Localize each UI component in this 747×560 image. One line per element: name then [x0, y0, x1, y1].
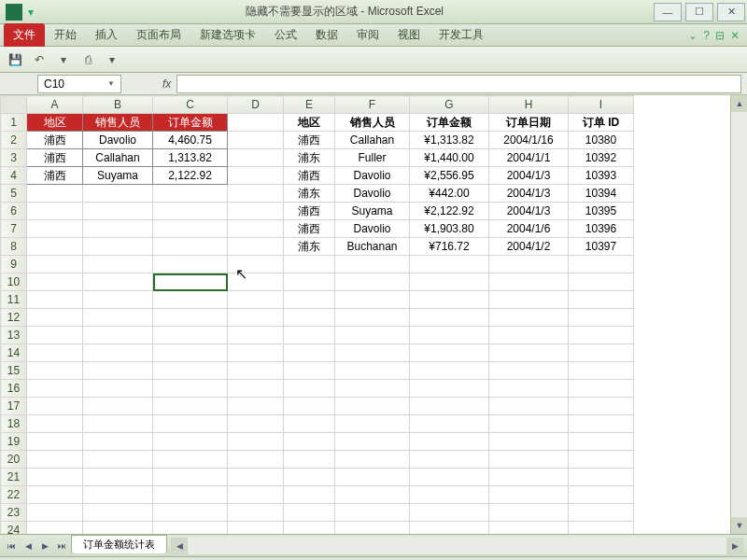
col-header[interactable]: D	[228, 96, 284, 114]
cell[interactable]	[153, 415, 228, 433]
cell[interactable]: Suyama	[335, 203, 410, 220]
cell[interactable]	[27, 220, 83, 238]
cell[interactable]: 浦西	[27, 167, 83, 185]
cell[interactable]: 10394	[569, 185, 634, 203]
cell[interactable]	[83, 486, 153, 504]
row-header[interactable]: 10	[1, 273, 27, 291]
ribbon-tab-view[interactable]: 视图	[388, 23, 430, 47]
cell[interactable]	[27, 185, 83, 203]
cell[interactable]	[228, 291, 284, 309]
cell[interactable]	[284, 380, 335, 398]
cell[interactable]	[27, 344, 83, 362]
cell[interactable]	[228, 220, 284, 238]
row-header[interactable]: 6	[1, 203, 27, 220]
col-header[interactable]: G	[410, 96, 489, 114]
cell[interactable]	[284, 362, 335, 380]
cell[interactable]	[83, 220, 153, 238]
cell[interactable]: 浦东	[284, 149, 335, 167]
doc-close-icon[interactable]: ✕	[730, 29, 740, 42]
cell[interactable]	[569, 362, 634, 380]
cell[interactable]	[569, 256, 634, 273]
cell[interactable]	[489, 327, 569, 344]
cell[interactable]: 2004/1/16	[489, 132, 569, 149]
cell[interactable]	[410, 273, 489, 291]
tab-nav-first-icon[interactable]: ⏮	[4, 539, 19, 553]
ribbon-tab-developer[interactable]: 开发工具	[430, 23, 493, 47]
cell[interactable]	[153, 380, 228, 398]
cell[interactable]	[27, 256, 83, 273]
name-box-dropdown-icon[interactable]: ▼	[107, 79, 115, 88]
cell[interactable]	[228, 469, 284, 486]
cell[interactable]	[569, 522, 634, 535]
row-header[interactable]: 21	[1, 469, 27, 486]
cell[interactable]	[27, 273, 83, 291]
cell[interactable]: Davolio	[335, 220, 410, 238]
cell[interactable]	[153, 451, 228, 469]
cell[interactable]	[335, 415, 410, 433]
cell[interactable]: Callahan	[83, 149, 153, 167]
cell[interactable]: 2004/1/3	[489, 167, 569, 185]
cell[interactable]	[83, 344, 153, 362]
cell[interactable]	[228, 203, 284, 220]
cell[interactable]	[284, 486, 335, 504]
cell[interactable]: 浦西	[284, 203, 335, 220]
cell[interactable]	[410, 344, 489, 362]
fx-icon[interactable]: fx	[162, 77, 171, 91]
cell[interactable]	[153, 327, 228, 344]
cell[interactable]	[83, 469, 153, 486]
cell[interactable]: ¥716.72	[410, 238, 489, 256]
cell[interactable]: 地区	[284, 114, 335, 132]
cell[interactable]: Davolio	[335, 167, 410, 185]
print-icon[interactable]: ⎙	[78, 50, 97, 69]
cell[interactable]	[410, 415, 489, 433]
cell[interactable]: Davolio	[335, 185, 410, 203]
cell[interactable]	[410, 327, 489, 344]
cell[interactable]	[335, 433, 410, 451]
cell[interactable]	[410, 380, 489, 398]
cell[interactable]: Suyama	[83, 167, 153, 185]
cell[interactable]	[489, 273, 569, 291]
scroll-up-icon[interactable]: ▲	[731, 95, 747, 112]
cell[interactable]: 订单 ID	[569, 114, 634, 132]
undo-icon[interactable]: ↶	[30, 50, 49, 69]
cell[interactable]	[153, 309, 228, 327]
cell[interactable]	[410, 291, 489, 309]
cell[interactable]	[569, 380, 634, 398]
cell[interactable]: ¥2,556.95	[410, 167, 489, 185]
cell[interactable]	[27, 309, 83, 327]
cell[interactable]	[83, 362, 153, 380]
cell[interactable]	[569, 469, 634, 486]
ribbon-tab-custom[interactable]: 新建选项卡	[190, 23, 265, 47]
maximize-button[interactable]: ☐	[685, 3, 713, 21]
cell[interactable]	[410, 362, 489, 380]
formula-bar[interactable]	[176, 75, 741, 93]
ribbon-tab-data[interactable]: 数据	[306, 23, 347, 47]
cell[interactable]	[569, 451, 634, 469]
cell[interactable]: 2004/1/3	[489, 203, 569, 220]
cell[interactable]	[153, 344, 228, 362]
row-header[interactable]: 1	[1, 114, 27, 132]
cell[interactable]: 销售人员	[335, 114, 410, 132]
cell[interactable]	[228, 380, 284, 398]
save-icon[interactable]: 💾	[6, 50, 24, 69]
cell[interactable]	[228, 398, 284, 415]
cell[interactable]: 2004/1/1	[489, 149, 569, 167]
vertical-scrollbar[interactable]: ▲ ▼	[730, 95, 747, 534]
cell[interactable]	[228, 362, 284, 380]
select-all-corner[interactable]	[1, 96, 27, 114]
cell[interactable]	[153, 522, 228, 535]
cell[interactable]: 订单金额	[153, 114, 228, 132]
cell[interactable]	[83, 185, 153, 203]
quick-save-icon[interactable]: ▾	[28, 6, 34, 19]
tab-nav-prev-icon[interactable]: ◀	[21, 539, 35, 553]
cell[interactable]	[153, 256, 228, 273]
cell[interactable]: 销售人员	[83, 114, 153, 132]
cell[interactable]	[228, 415, 284, 433]
scroll-track[interactable]	[731, 112, 747, 517]
ribbon-tab-review[interactable]: 审阅	[347, 23, 388, 47]
cell[interactable]	[228, 486, 284, 504]
worksheet-grid[interactable]: A B C D E F G H I 1 地区 销售人员 订单金额 地区 销售人员…	[0, 95, 730, 534]
row-header[interactable]: 12	[1, 309, 27, 327]
cell[interactable]	[27, 380, 83, 398]
cell[interactable]	[228, 256, 284, 273]
